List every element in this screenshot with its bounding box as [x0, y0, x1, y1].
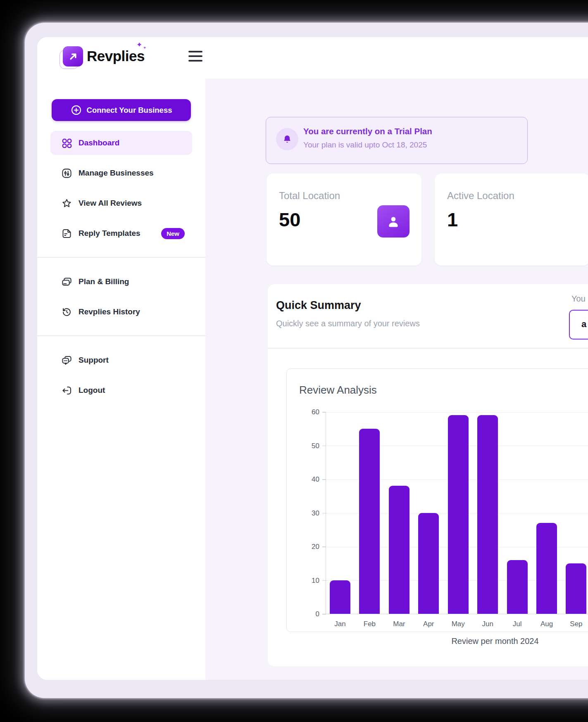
gridline [326, 412, 588, 413]
y-tick [322, 614, 326, 615]
trial-plan-subtitle: Your plan is valid upto Oct 18, 2025 [303, 140, 427, 150]
y-tick-label: 50 [303, 442, 319, 450]
sidebar-item-logout[interactable]: Logout [50, 378, 192, 402]
sidebar-item-label: Plan & Billing [79, 277, 129, 286]
brand-title: Revplies [87, 48, 145, 64]
quick-summary-subtitle: Quickly see a summary of your reviews [276, 319, 420, 328]
bar-Jul [507, 560, 528, 614]
bar-Mar [389, 486, 409, 614]
sidebar-item-reply-templates[interactable]: Reply Templates New [50, 221, 192, 245]
y-tick-label: 0 [303, 610, 319, 618]
x-tick-label: May [444, 620, 473, 628]
y-tick [322, 546, 326, 547]
bell-icon-circle [276, 128, 298, 150]
bar-Apr [418, 513, 439, 614]
x-tick-label: Apr [414, 620, 443, 628]
business-selector-label: You [571, 294, 586, 304]
star-icon [61, 198, 72, 209]
hamburger-menu-icon[interactable] [188, 51, 202, 62]
bell-icon [282, 134, 292, 144]
y-tick [322, 446, 326, 446]
sidebar-item-label: Manage Businesses [79, 169, 154, 178]
x-tick-label: Jun [473, 620, 502, 628]
y-tick-label: 20 [303, 543, 319, 551]
sidebar-item-manage-businesses[interactable]: Manage Businesses [50, 161, 192, 185]
arrow-up-right-icon [67, 51, 79, 62]
sidebar-item-support[interactable]: Support [50, 348, 192, 372]
bar-Sep [566, 563, 586, 614]
connect-your-business-button[interactable]: Connect Your Business [52, 99, 191, 121]
connect-button-label: Connect Your Business [87, 106, 172, 115]
section-divider [268, 348, 588, 349]
chart-title: Review Analysis [299, 384, 377, 397]
chat-bubbles-icon [61, 355, 72, 366]
trial-plan-title: You are currently on a Trial Plan [303, 126, 432, 136]
x-tick-label: Jan [326, 620, 355, 628]
bar-chart-plot-area: 0102030405060JanFebMarAprMayJunJulAugSep [326, 412, 588, 614]
stat-value: 1 [447, 208, 458, 231]
review-analysis-chart-card: Review Analysis 0102030405060JanFebMarAp… [286, 368, 588, 632]
person-icon [386, 214, 401, 229]
stat-label: Active Location [447, 190, 514, 202]
y-tick [322, 479, 326, 480]
y-tick [322, 580, 326, 581]
quick-summary-title: Quick Summary [276, 299, 361, 312]
x-tick-label: Mar [385, 620, 414, 628]
new-badge: New [161, 228, 185, 239]
y-tick [322, 513, 326, 514]
x-tick-label: Sep [562, 620, 588, 628]
quick-summary-card: Quick Summary Quickly see a summary of y… [268, 284, 588, 666]
sidebar-item-label: Revplies History [79, 307, 140, 316]
bar-May [448, 415, 469, 614]
plus-circle-icon [71, 104, 82, 116]
sidebar-item-view-all-reviews[interactable]: View All Reviews [50, 191, 192, 215]
app-window: Revplies ✦ ✦ Connect Your Business Da [37, 37, 588, 680]
sidebar-item-label: Dashboard [79, 138, 119, 147]
sidebar-divider [37, 335, 205, 336]
sparkle-icon: ✦ [136, 40, 142, 49]
x-tick-label: Feb [355, 620, 384, 628]
total-location-card: Total Location 50 [267, 173, 421, 266]
sliders-icon [61, 168, 72, 179]
x-tick-label: Aug [532, 620, 561, 628]
bar-Jan [330, 580, 350, 614]
person-icon-box [377, 205, 409, 238]
stat-value: 50 [279, 208, 300, 231]
credit-card-icon [61, 276, 72, 287]
logout-icon [61, 385, 72, 396]
sidebar-item-label: Support [79, 356, 109, 365]
sidebar-item-revplies-history[interactable]: Revplies History [50, 300, 192, 324]
bar-Aug [536, 523, 557, 614]
stat-label: Total Location [279, 190, 340, 202]
y-tick-label: 10 [303, 577, 319, 585]
sidebar-item-dashboard[interactable]: Dashboard [50, 131, 192, 155]
file-icon [61, 228, 72, 239]
sparkle-icon: ✦ [143, 45, 146, 50]
active-location-card: Active Location 1 [435, 173, 588, 266]
x-tick-label: Jul [503, 620, 532, 628]
business-selector-value: a [581, 319, 586, 330]
sidebar-item-label: Reply Templates [79, 229, 140, 238]
y-tick-label: 60 [303, 408, 319, 416]
business-selector-dropdown[interactable]: a [569, 310, 588, 340]
dashboard-grid-icon [61, 138, 72, 149]
sidebar: Revplies ✦ ✦ Connect Your Business Da [37, 37, 205, 680]
history-clock-icon [61, 306, 72, 318]
chart-caption: Review per month 2024 [408, 636, 582, 646]
sidebar-item-plan-billing[interactable]: Plan & Billing [50, 270, 192, 294]
trial-plan-banner: You are currently on a Trial Plan Your p… [266, 117, 528, 164]
y-tick-label: 40 [303, 475, 319, 484]
sidebar-item-label: View All Reviews [79, 199, 142, 208]
bar-Feb [359, 429, 380, 614]
sidebar-divider [37, 257, 205, 258]
y-tick-label: 30 [303, 509, 319, 518]
y-tick [322, 412, 326, 413]
logo-icon[interactable] [63, 46, 83, 66]
bar-Jun [477, 415, 498, 614]
sidebar-item-label: Logout [79, 386, 105, 395]
